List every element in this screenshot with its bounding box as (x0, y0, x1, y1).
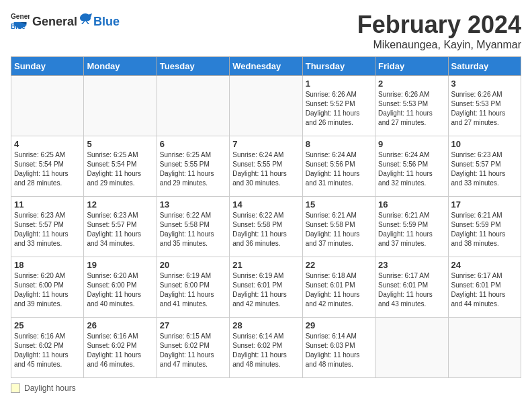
day-number: 19 (87, 260, 153, 270)
calendar-cell: 21Sunrise: 6:19 AM Sunset: 6:01 PM Dayli… (230, 257, 302, 318)
day-number: 18 (14, 260, 81, 270)
calendar-cell: 19Sunrise: 6:20 AM Sunset: 6:00 PM Dayli… (84, 257, 157, 318)
calendar-week-row: 11Sunrise: 6:23 AM Sunset: 5:57 PM Dayli… (11, 197, 521, 257)
day-info: Sunrise: 6:25 AM Sunset: 5:54 PM Dayligh… (14, 150, 81, 188)
day-number: 3 (451, 79, 518, 89)
location-text: Mikenaungea, Kayin, Myanmar (357, 39, 521, 51)
calendar-cell: 4Sunrise: 6:25 AM Sunset: 5:54 PM Daylig… (11, 136, 84, 197)
day-number: 27 (160, 320, 226, 330)
day-info: Sunrise: 6:20 AM Sunset: 6:00 PM Dayligh… (14, 271, 81, 309)
day-of-week-header: Thursday (302, 57, 375, 76)
day-number: 21 (232, 260, 299, 270)
day-number: 20 (160, 260, 226, 270)
calendar-cell: 22Sunrise: 6:18 AM Sunset: 6:01 PM Dayli… (302, 257, 375, 318)
day-info: Sunrise: 6:21 AM Sunset: 5:58 PM Dayligh… (306, 211, 372, 248)
day-number: 10 (451, 139, 518, 149)
calendar-cell (230, 76, 302, 136)
day-number: 24 (451, 260, 518, 270)
day-info: Sunrise: 6:25 AM Sunset: 5:55 PM Dayligh… (160, 150, 226, 188)
logo-blue-text: Blue (93, 15, 120, 29)
day-info: Sunrise: 6:24 AM Sunset: 5:56 PM Dayligh… (378, 150, 445, 188)
day-info: Sunrise: 6:21 AM Sunset: 5:59 PM Dayligh… (378, 211, 445, 248)
day-info: Sunrise: 6:14 AM Sunset: 6:03 PM Dayligh… (306, 332, 372, 369)
day-info: Sunrise: 6:26 AM Sunset: 5:53 PM Dayligh… (451, 90, 518, 128)
header-row: SundayMondayTuesdayWednesdayThursdayFrid… (11, 57, 521, 76)
day-info: Sunrise: 6:23 AM Sunset: 5:57 PM Dayligh… (87, 211, 153, 248)
day-info: Sunrise: 6:23 AM Sunset: 5:57 PM Dayligh… (14, 211, 81, 248)
day-of-week-header: Sunday (11, 57, 84, 76)
day-number: 5 (87, 139, 153, 149)
day-number: 7 (232, 139, 299, 149)
day-number: 26 (87, 320, 153, 330)
calendar-cell: 12Sunrise: 6:23 AM Sunset: 5:57 PM Dayli… (84, 197, 157, 257)
day-number: 9 (378, 139, 445, 149)
title-area: February 2024 Mikenaungea, Kayin, Myanma… (357, 11, 521, 51)
calendar-cell: 25Sunrise: 6:16 AM Sunset: 6:02 PM Dayli… (11, 318, 84, 378)
day-number: 28 (232, 320, 299, 330)
day-info: Sunrise: 6:26 AM Sunset: 5:53 PM Dayligh… (378, 90, 445, 128)
calendar-cell: 7Sunrise: 6:24 AM Sunset: 5:55 PM Daylig… (230, 136, 302, 197)
logo-general-text: General (32, 15, 77, 29)
day-info: Sunrise: 6:22 AM Sunset: 5:58 PM Dayligh… (160, 211, 226, 248)
calendar-cell: 8Sunrise: 6:24 AM Sunset: 5:56 PM Daylig… (302, 136, 375, 197)
calendar-cell (448, 318, 521, 378)
day-number: 11 (14, 199, 81, 210)
day-info: Sunrise: 6:19 AM Sunset: 6:01 PM Dayligh… (232, 271, 299, 309)
day-number: 8 (306, 139, 372, 149)
day-number: 23 (378, 260, 445, 270)
svg-text:General: General (11, 13, 30, 20)
day-info: Sunrise: 6:21 AM Sunset: 5:59 PM Dayligh… (451, 211, 518, 248)
day-info: Sunrise: 6:24 AM Sunset: 5:55 PM Dayligh… (232, 150, 299, 188)
day-number: 4 (14, 139, 81, 149)
day-info: Sunrise: 6:19 AM Sunset: 6:00 PM Dayligh… (160, 271, 226, 309)
calendar-cell: 9Sunrise: 6:24 AM Sunset: 5:56 PM Daylig… (375, 136, 448, 197)
calendar-cell: 29Sunrise: 6:14 AM Sunset: 6:03 PM Dayli… (302, 318, 375, 378)
day-of-week-header: Saturday (448, 57, 521, 76)
calendar-cell: 5Sunrise: 6:25 AM Sunset: 5:54 PM Daylig… (84, 136, 157, 197)
day-number: 1 (306, 79, 372, 89)
day-info: Sunrise: 6:26 AM Sunset: 5:52 PM Dayligh… (306, 90, 372, 128)
day-number: 22 (306, 260, 372, 270)
calendar-cell (11, 76, 84, 136)
calendar-cell: 15Sunrise: 6:21 AM Sunset: 5:58 PM Dayli… (302, 197, 375, 257)
logo-icon: General Blue (11, 11, 30, 30)
calendar-cell: 16Sunrise: 6:21 AM Sunset: 5:59 PM Dayli… (375, 197, 448, 257)
page-header: General Blue General Blue February 2024 … (11, 11, 521, 51)
calendar-table: SundayMondayTuesdayWednesdayThursdayFrid… (11, 56, 521, 378)
day-info: Sunrise: 6:22 AM Sunset: 5:58 PM Dayligh… (232, 211, 299, 248)
day-info: Sunrise: 6:15 AM Sunset: 6:02 PM Dayligh… (160, 332, 226, 369)
day-info: Sunrise: 6:17 AM Sunset: 6:01 PM Dayligh… (378, 271, 445, 309)
calendar-cell: 23Sunrise: 6:17 AM Sunset: 6:01 PM Dayli… (375, 257, 448, 318)
calendar-cell (84, 76, 157, 136)
logo: General Blue General Blue (11, 11, 120, 30)
day-number: 16 (378, 199, 445, 210)
day-number: 15 (306, 199, 372, 210)
calendar-cell: 20Sunrise: 6:19 AM Sunset: 6:00 PM Dayli… (157, 257, 229, 318)
day-number: 29 (306, 320, 372, 330)
month-title: February 2024 (357, 11, 521, 39)
calendar-cell: 18Sunrise: 6:20 AM Sunset: 6:00 PM Dayli… (11, 257, 84, 318)
day-info: Sunrise: 6:17 AM Sunset: 6:01 PM Dayligh… (451, 271, 518, 309)
calendar-cell: 6Sunrise: 6:25 AM Sunset: 5:55 PM Daylig… (157, 136, 229, 197)
calendar-cell (375, 318, 448, 378)
day-info: Sunrise: 6:18 AM Sunset: 6:01 PM Dayligh… (306, 271, 372, 309)
day-number: 25 (14, 320, 81, 330)
day-info: Sunrise: 6:20 AM Sunset: 6:00 PM Dayligh… (87, 271, 153, 309)
day-number: 12 (87, 199, 153, 210)
calendar-cell: 28Sunrise: 6:14 AM Sunset: 6:02 PM Dayli… (230, 318, 302, 378)
calendar-cell: 27Sunrise: 6:15 AM Sunset: 6:02 PM Dayli… (157, 318, 229, 378)
day-info: Sunrise: 6:14 AM Sunset: 6:02 PM Dayligh… (232, 332, 299, 369)
day-number: 17 (451, 199, 518, 210)
daylight-box-icon (11, 383, 20, 393)
calendar-cell: 17Sunrise: 6:21 AM Sunset: 5:59 PM Dayli… (448, 197, 521, 257)
day-of-week-header: Tuesday (157, 57, 229, 76)
day-info: Sunrise: 6:16 AM Sunset: 6:02 PM Dayligh… (87, 332, 153, 369)
day-of-week-header: Wednesday (230, 57, 302, 76)
calendar-week-row: 1Sunrise: 6:26 AM Sunset: 5:52 PM Daylig… (11, 76, 521, 136)
logo-bird-icon (79, 12, 92, 26)
calendar-cell (157, 76, 229, 136)
day-info: Sunrise: 6:16 AM Sunset: 6:02 PM Dayligh… (14, 332, 81, 369)
day-info: Sunrise: 6:24 AM Sunset: 5:56 PM Dayligh… (306, 150, 372, 188)
day-info: Sunrise: 6:23 AM Sunset: 5:57 PM Dayligh… (451, 150, 518, 188)
calendar-cell: 3Sunrise: 6:26 AM Sunset: 5:53 PM Daylig… (448, 76, 521, 136)
